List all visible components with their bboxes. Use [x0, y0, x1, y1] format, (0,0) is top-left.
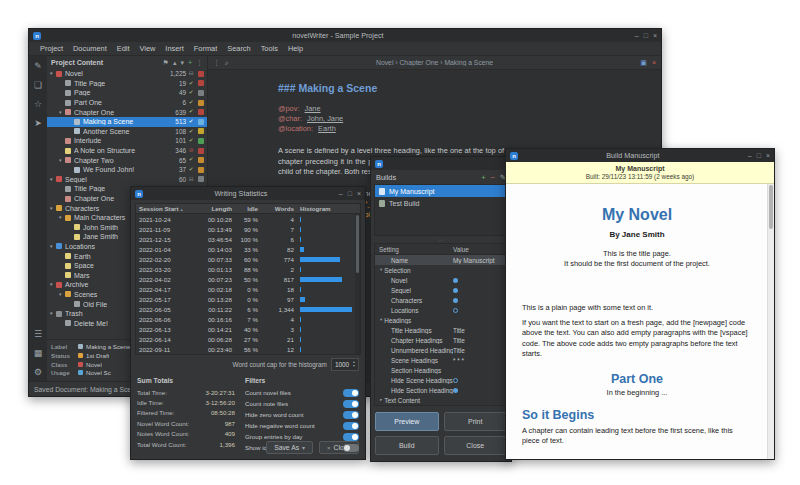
- setting-row[interactable]: ▾ Headings: [375, 315, 507, 325]
- setting-row[interactable]: Section Headings: [375, 365, 507, 375]
- add-icon[interactable]: +: [188, 59, 192, 67]
- active-state-icon[interactable]: ⊟: [186, 71, 196, 77]
- toggle-switch[interactable]: [343, 444, 359, 452]
- active-state-icon[interactable]: ✔: [186, 90, 196, 96]
- active-state-icon[interactable]: ✔: [186, 138, 196, 144]
- setting-row[interactable]: Title Headings Title: [375, 325, 507, 335]
- close-button[interactable]: Close: [444, 436, 508, 455]
- active-state-icon[interactable]: ⊘: [186, 148, 196, 154]
- tree-item[interactable]: Another Scene 108 ✔: [47, 127, 207, 137]
- spin-down-icon[interactable]: ▾: [353, 365, 355, 369]
- session-row[interactable]: 2022-03-20 00:01:13 88 % 2: [136, 264, 355, 274]
- build-button[interactable]: Build: [375, 436, 439, 455]
- setting-row[interactable]: ▸ Text Content: [375, 395, 507, 405]
- setting-row[interactable]: Characters: [375, 295, 507, 305]
- group-expand-icon[interactable]: ▾: [380, 318, 382, 323]
- list-icon[interactable]: ☰: [34, 329, 42, 339]
- tree-item[interactable]: Page 49 ✔: [47, 88, 207, 98]
- setting-row[interactable]: Name My Manuscript: [375, 255, 507, 265]
- gear-icon[interactable]: ⚙: [34, 367, 42, 377]
- active-state-icon[interactable]: ⊟: [186, 177, 196, 183]
- menu-item[interactable]: View: [134, 44, 160, 53]
- sessions-table-body[interactable]: 2021-10-24 00:10:28 59 % 4 2021-11-09 00…: [135, 214, 361, 355]
- menu-item[interactable]: Search: [222, 44, 255, 53]
- move-down-icon[interactable]: ▾: [180, 59, 184, 67]
- editor-menu-icon[interactable]: ⋮: [213, 59, 220, 67]
- menu-item[interactable]: Insert: [160, 44, 188, 53]
- tag-value-link[interactable]: John, Jane: [307, 114, 343, 123]
- session-row[interactable]: 2022-06-14 00:06:28 27 % 21: [136, 334, 355, 344]
- setting-row[interactable]: Hide Scene Headings: [375, 375, 507, 385]
- breadcrumb[interactable]: Novel › Chapter One › Making a Scene: [229, 59, 640, 66]
- session-row[interactable]: 2021-10-24 00:10:28 59 % 4: [136, 214, 355, 224]
- scrollbar[interactable]: [355, 214, 360, 354]
- chart-icon[interactable]: ▦: [34, 348, 43, 358]
- documents-icon[interactable]: ❏: [34, 80, 42, 90]
- menu-item[interactable]: Edit: [112, 44, 135, 53]
- tree-item[interactable]: Interlude 101 ✔: [47, 136, 207, 146]
- active-state-icon[interactable]: ✔: [186, 109, 196, 115]
- scrollbar[interactable]: [767, 184, 774, 459]
- menu-item[interactable]: Format: [189, 44, 222, 53]
- menu-item[interactable]: Document: [68, 44, 112, 53]
- session-row[interactable]: 2022-06-05 00:11:22 6 % 1,344: [136, 304, 355, 314]
- active-state-icon[interactable]: ✔: [186, 129, 196, 135]
- active-state-icon[interactable]: ✔: [186, 119, 196, 125]
- group-expand-icon[interactable]: ▸: [380, 398, 382, 403]
- setting-row[interactable]: Novel: [375, 275, 507, 285]
- group-expand-icon[interactable]: ▾: [380, 268, 382, 273]
- stats-titlebar[interactable]: n Writing Statistics – □ ×: [131, 187, 365, 200]
- move-up-icon[interactable]: ▴: [173, 59, 177, 67]
- session-row[interactable]: 2022-04-17 00:02:18 0 % 18: [136, 284, 355, 294]
- active-state-icon[interactable]: ✔: [186, 81, 196, 87]
- menu-item[interactable]: Help: [283, 44, 308, 53]
- toggle-switch[interactable]: [343, 433, 359, 441]
- build-list-item[interactable]: Test Build: [375, 197, 507, 209]
- setting-row[interactable]: Locations: [375, 305, 507, 315]
- manuscript-preview[interactable]: My Novel By Jane Smith This is the title…: [506, 184, 768, 459]
- add-build-icon[interactable]: +: [481, 173, 485, 182]
- session-row[interactable]: 2022-04-02 00:07:23 50 % 817: [136, 274, 355, 284]
- minimize-icon[interactable]: –: [748, 152, 752, 159]
- toggle-switch[interactable]: [343, 422, 359, 430]
- expand-editor-icon[interactable]: ▣: [640, 59, 647, 67]
- active-state-icon[interactable]: ✔: [186, 100, 196, 106]
- menu-item[interactable]: Tools: [256, 44, 283, 53]
- setting-row[interactable]: ▾ Selection: [375, 265, 507, 275]
- close-document-icon[interactable]: ×: [652, 59, 656, 67]
- menu-item[interactable]: Project: [35, 44, 68, 53]
- session-row[interactable]: 2022-02-20 00:07:33 60 % 774: [136, 254, 355, 264]
- tree-item[interactable]: Title Page 19 ✔: [47, 79, 207, 89]
- tag-value-link[interactable]: Jane: [305, 104, 321, 113]
- tree-item[interactable]: Part One 6 ✔: [47, 98, 207, 108]
- minimize-icon[interactable]: –: [635, 32, 639, 39]
- setting-row[interactable]: Scene Headings * * *: [375, 355, 507, 365]
- tree-item[interactable]: A Note on Structure 346 ⊘: [47, 146, 207, 156]
- sessions-table-header[interactable]: Session Start▴ Length Idle Words Histogr…: [135, 203, 361, 214]
- session-row[interactable]: 2021-12-15 03:46:54 100 % 6: [136, 234, 355, 244]
- preview-titlebar[interactable]: n Build Manuscript – □ ×: [506, 149, 774, 162]
- setting-row[interactable]: Hide Section Headings: [375, 385, 507, 395]
- remove-build-icon[interactable]: −: [490, 173, 494, 182]
- tree-item[interactable]: We Found John! 37 ✔: [47, 165, 207, 175]
- active-state-icon[interactable]: ✔: [186, 157, 196, 163]
- tree-item[interactable]: ▾ Chapter One 639 ✔: [47, 107, 207, 117]
- setting-row[interactable]: Chapter Headings Title: [375, 335, 507, 345]
- minimize-icon[interactable]: –: [339, 190, 343, 197]
- tree-item[interactable]: Making a Scene 513 ✔: [47, 117, 207, 127]
- session-row[interactable]: 2022-01-04 00:14:03 33 % 82: [136, 244, 355, 254]
- session-row[interactable]: 2021-11-09 00:13:49 90 % 7: [136, 224, 355, 234]
- scrollbar-thumb[interactable]: [356, 215, 359, 273]
- maximize-icon[interactable]: □: [644, 32, 648, 39]
- session-row[interactable]: 2022-06-06 00:16:16 7 % 4: [136, 314, 355, 324]
- save-as-button[interactable]: Save As ▾: [266, 441, 313, 454]
- main-titlebar[interactable]: n novelWriter - Sample Project – □ ×: [29, 29, 661, 42]
- maximize-icon[interactable]: □: [348, 190, 352, 197]
- tree-item[interactable]: ▾ Chapter Two 65 ✔: [47, 155, 207, 165]
- tree-item[interactable]: ▾ Sequel 60 ⊟: [47, 175, 207, 185]
- session-row[interactable]: 2022-06-13 00:14:21 40 % 3: [136, 324, 355, 334]
- close-icon[interactable]: ×: [357, 190, 361, 197]
- splitter-handle[interactable]: ⋯: [371, 236, 511, 243]
- star-icon[interactable]: ☆: [34, 99, 42, 109]
- tag-value-link[interactable]: Earth: [318, 124, 336, 133]
